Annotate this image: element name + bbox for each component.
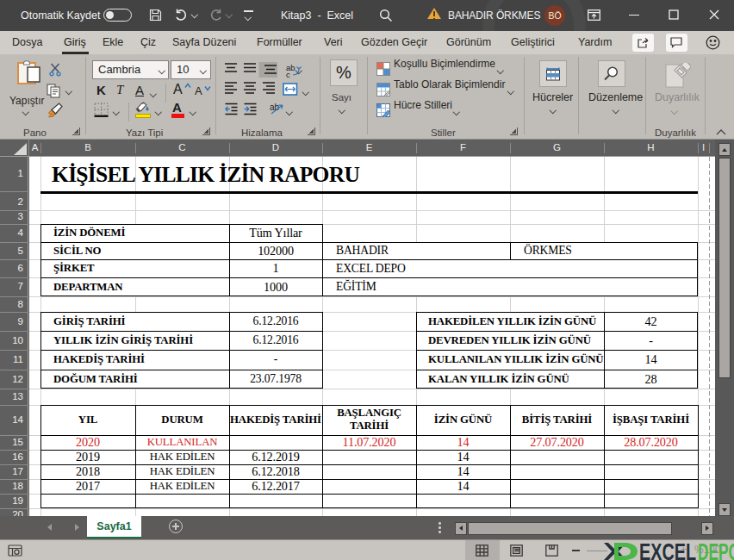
svg-text:c: c — [286, 70, 290, 79]
svg-text:DEPO: DEPO — [698, 539, 734, 560]
svg-text:EXCEL: EXCEL — [639, 539, 696, 560]
